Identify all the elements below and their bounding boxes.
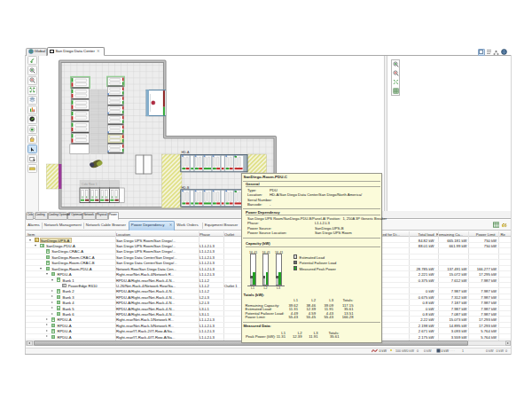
svg-text:HD-B: HD-B [182,186,190,190]
svg-text:HD-A: HD-A [182,151,190,154]
svg-text:Colo Row 1: Colo Row 1 [82,183,98,186]
